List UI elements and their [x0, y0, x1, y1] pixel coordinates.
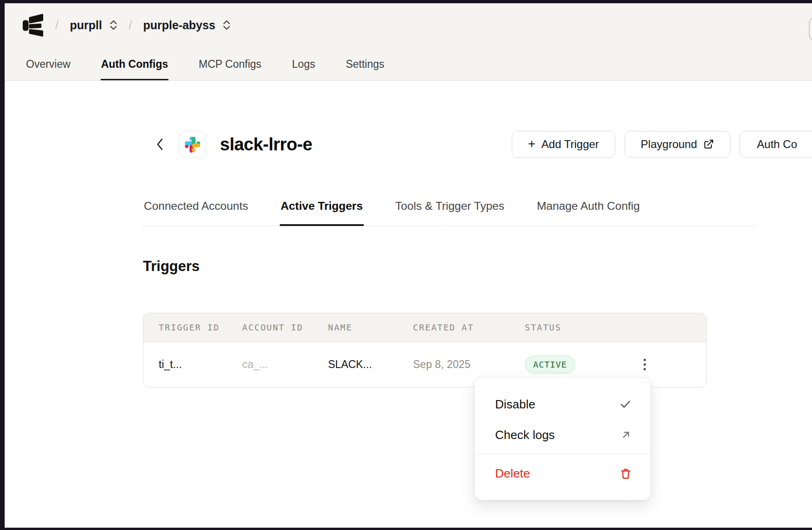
window-edge-bottom	[0, 528, 812, 530]
cell-status: ACTIVE	[525, 355, 632, 374]
cell-actions	[632, 354, 706, 375]
trash-icon	[619, 467, 632, 480]
menu-item-delete[interactable]: Delete	[475, 458, 651, 489]
cell-account-id: ca_...	[242, 358, 328, 371]
tab-auth-configs[interactable]: Auth Configs	[101, 58, 168, 80]
row-menu-button[interactable]	[639, 354, 651, 375]
chevron-up-down-icon	[223, 20, 231, 30]
triggers-table: TRIGGER ID ACCOUNT ID NAME CREATED AT ST…	[143, 313, 707, 388]
app-window: / purpll / purple-abyss Overview Auth Co…	[0, 0, 812, 530]
add-trigger-label: Add Trigger	[541, 138, 599, 151]
breadcrumb: / purpll / purple-abyss	[22, 10, 231, 40]
auth-config-label: Auth Co	[757, 138, 797, 151]
window-edge-top	[0, 0, 812, 3]
tab-logs[interactable]: Logs	[291, 58, 316, 80]
tab-settings[interactable]: Settings	[345, 58, 385, 80]
auth-config-button-partial[interactable]: Auth Co	[740, 131, 812, 158]
breadcrumb-separator: /	[55, 18, 59, 32]
table-header-row: TRIGGER ID ACCOUNT ID NAME CREATED AT ST…	[143, 313, 706, 342]
column-header-account-id: ACCOUNT ID	[242, 323, 328, 332]
chevron-up-down-icon	[110, 20, 117, 30]
breadcrumb-org-selector[interactable]: purpll	[70, 19, 117, 32]
arrow-up-right-icon	[620, 429, 632, 441]
tab-tools-trigger-types[interactable]: Tools & Trigger Types	[394, 200, 505, 226]
status-badge: ACTIVE	[525, 355, 575, 374]
check-icon	[619, 398, 632, 411]
cell-trigger-id: ti_t...	[143, 358, 242, 371]
toolkit-title-row: slack-lrro-e	[153, 131, 312, 158]
menu-divider	[475, 454, 651, 454]
breadcrumb-project-label: purple-abyss	[143, 19, 215, 32]
tab-mcp-configs[interactable]: MCP Configs	[198, 58, 262, 80]
back-button[interactable]	[153, 134, 167, 155]
chevron-left-icon	[155, 136, 166, 153]
plus-icon: +	[528, 138, 535, 150]
tab-overview[interactable]: Overview	[26, 58, 71, 80]
playground-button[interactable]: Playground	[625, 131, 730, 158]
section-heading: Triggers	[143, 258, 200, 275]
row-context-menu: Disable Check logs Delete	[474, 377, 651, 500]
playground-label: Playground	[641, 138, 697, 151]
header-partial-button[interactable]	[809, 17, 812, 41]
menu-item-delete-label: Delete	[495, 466, 530, 481]
breadcrumb-org-label: purpll	[70, 19, 102, 32]
composio-logo-icon[interactable]	[22, 13, 44, 37]
page-title: slack-lrro-e	[220, 135, 312, 155]
cell-created-at: Sep 8, 2025	[413, 358, 525, 371]
breadcrumb-separator: /	[129, 18, 132, 32]
tab-active-triggers[interactable]: Active Triggers	[280, 200, 364, 226]
slack-icon	[179, 131, 206, 158]
tab-connected-accounts[interactable]: Connected Accounts	[143, 200, 249, 226]
column-header-status: STATUS	[525, 323, 632, 332]
menu-item-disable-label: Disable	[495, 397, 535, 412]
add-trigger-button[interactable]: + Add Trigger	[512, 131, 615, 158]
cell-name: SLACK...	[328, 358, 413, 371]
window-edge-left	[0, 0, 5, 530]
column-header-name: NAME	[328, 323, 413, 332]
column-header-trigger-id: TRIGGER ID	[143, 323, 242, 332]
menu-item-disable[interactable]: Disable	[475, 389, 651, 420]
app-header: / purpll / purple-abyss Overview Auth Co…	[5, 3, 812, 81]
external-link-icon	[703, 139, 714, 150]
toolkit-sub-tabs: Connected Accounts Active Triggers Tools…	[143, 200, 756, 226]
tab-manage-auth-config[interactable]: Manage Auth Config	[536, 200, 641, 226]
breadcrumb-project-selector[interactable]: purple-abyss	[143, 19, 231, 32]
menu-item-check-logs-label: Check logs	[495, 428, 555, 442]
kebab-icon	[644, 359, 646, 370]
primary-tabs: Overview Auth Configs MCP Configs Logs S…	[26, 58, 385, 80]
column-header-created-at: CREATED AT	[413, 323, 525, 332]
toolkit-actions: + Add Trigger Playground Auth Co	[512, 131, 812, 158]
menu-item-check-logs[interactable]: Check logs	[475, 420, 651, 450]
